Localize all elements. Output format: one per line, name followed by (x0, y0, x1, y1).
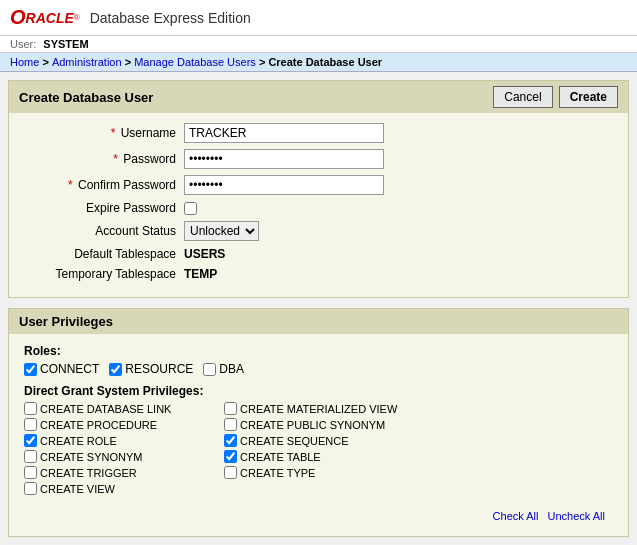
password-row: * Password (24, 149, 613, 169)
header: ORACLE® Database Express Edition (0, 0, 637, 36)
privileges-panel: User Privileges Roles: CONNECT RESOURCE (8, 308, 629, 537)
priv-create-table: CREATE TABLE (224, 450, 424, 463)
role-dba-item: DBA (203, 362, 244, 376)
confirm-password-required-star: * (68, 178, 73, 192)
account-status-label: Account Status (95, 224, 176, 238)
create-user-panel: Create Database User Cancel Create * Use… (8, 80, 629, 298)
role-resource-checkbox[interactable] (109, 363, 122, 376)
expire-password-label: Expire Password (86, 201, 176, 215)
priv-create-synonym: CREATE SYNONYM (24, 450, 224, 463)
priv-create-role: CREATE ROLE (24, 434, 224, 447)
priv-create-type-label: CREATE TYPE (240, 467, 315, 479)
priv-create-view-label: CREATE VIEW (40, 483, 115, 495)
priv-create-mat-view-label: CREATE MATERIALIZED VIEW (240, 403, 397, 415)
user-bar: User: SYSTEM (0, 36, 637, 53)
priv-create-db-link-checkbox[interactable] (24, 402, 37, 415)
default-tablespace-row: Default Tablespace USERS (24, 247, 613, 261)
username-input[interactable] (184, 123, 384, 143)
password-input[interactable] (184, 149, 384, 169)
priv-create-type-checkbox[interactable] (224, 466, 237, 479)
temporary-tablespace-value: TEMP (184, 267, 217, 281)
direct-grants-section: Direct Grant System Privileges: CREATE D… (24, 384, 613, 498)
priv-create-procedure-label: CREATE PROCEDURE (40, 419, 157, 431)
confirm-password-label: Confirm Password (78, 178, 176, 192)
priv-create-type: CREATE TYPE (224, 466, 424, 479)
priv-create-view: CREATE VIEW (24, 482, 224, 495)
uncheck-all-link[interactable]: Uncheck All (548, 510, 605, 522)
priv-create-synonym-label: CREATE SYNONYM (40, 451, 142, 463)
check-links: Check All Uncheck All (24, 506, 613, 526)
breadcrumb-home[interactable]: Home (10, 56, 39, 68)
direct-grants-label: Direct Grant System Privileges: (24, 384, 613, 398)
username-required-star: * (111, 126, 116, 140)
breadcrumb-admin[interactable]: Administration (52, 56, 122, 68)
check-all-link[interactable]: Check All (493, 510, 539, 522)
create-user-panel-header: Create Database User Cancel Create (9, 81, 628, 113)
temporary-tablespace-label: Temporary Tablespace (55, 267, 176, 281)
temporary-tablespace-row: Temporary Tablespace TEMP (24, 267, 613, 281)
priv-create-sequence-checkbox[interactable] (224, 434, 237, 447)
account-status-select[interactable]: Unlocked Locked (184, 221, 259, 241)
expire-password-checkbox[interactable] (184, 202, 197, 215)
priv-create-mat-view: CREATE MATERIALIZED VIEW (224, 402, 424, 415)
create-user-form: * Username * Password * Confirm Password (9, 113, 628, 297)
role-connect-checkbox[interactable] (24, 363, 37, 376)
main-content: Create Database User Cancel Create * Use… (0, 72, 637, 545)
roles-list: CONNECT RESOURCE DBA (24, 362, 613, 376)
role-connect-label: CONNECT (40, 362, 99, 376)
oracle-logo: ORACLE® (10, 6, 80, 29)
privileges-panel-header: User Privileges (9, 309, 628, 334)
roles-section: Roles: CONNECT RESOURCE DBA (24, 344, 613, 376)
priv-create-table-label: CREATE TABLE (240, 451, 321, 463)
roles-label: Roles: (24, 344, 613, 358)
priv-create-trigger-label: CREATE TRIGGER (40, 467, 137, 479)
priv-create-db-link-label: CREATE DATABASE LINK (40, 403, 171, 415)
default-tablespace-label: Default Tablespace (74, 247, 176, 261)
priv-create-pub-synonym-checkbox[interactable] (224, 418, 237, 431)
breadcrumb-current: Create Database User (268, 56, 382, 68)
privileges-panel-body: Roles: CONNECT RESOURCE DBA (9, 334, 628, 536)
account-status-row: Account Status Unlocked Locked (24, 221, 613, 241)
confirm-password-input[interactable] (184, 175, 384, 195)
role-dba-label: DBA (219, 362, 244, 376)
priv-create-view-checkbox[interactable] (24, 482, 37, 495)
priv-create-pub-synonym-label: CREATE PUBLIC SYNONYM (240, 419, 385, 431)
priv-create-sequence-label: CREATE SEQUENCE (240, 435, 349, 447)
priv-create-procedure-checkbox[interactable] (24, 418, 37, 431)
confirm-password-row: * Confirm Password (24, 175, 613, 195)
create-user-panel-title: Create Database User (19, 90, 153, 105)
role-resource-label: RESOURCE (125, 362, 193, 376)
create-button[interactable]: Create (559, 86, 618, 108)
password-label: Password (123, 152, 176, 166)
priv-create-trigger-checkbox[interactable] (24, 466, 37, 479)
user-label: User: (10, 38, 36, 50)
priv-create-synonym-checkbox[interactable] (24, 450, 37, 463)
priv-create-procedure: CREATE PROCEDURE (24, 418, 224, 431)
priv-create-sequence: CREATE SEQUENCE (224, 434, 424, 447)
password-required-star: * (113, 152, 118, 166)
username-label: Username (121, 126, 176, 140)
default-tablespace-value: USERS (184, 247, 225, 261)
cancel-button[interactable]: Cancel (493, 86, 552, 108)
username-display: SYSTEM (43, 38, 88, 50)
role-connect-item: CONNECT (24, 362, 99, 376)
privileges-panel-title: User Privileges (19, 314, 113, 329)
priv-create-role-label: CREATE ROLE (40, 435, 117, 447)
priv-create-mat-view-checkbox[interactable] (224, 402, 237, 415)
breadcrumb: Home > Administration > Manage Database … (0, 53, 637, 72)
priv-create-role-checkbox[interactable] (24, 434, 37, 447)
priv-create-table-checkbox[interactable] (224, 450, 237, 463)
priv-create-db-link: CREATE DATABASE LINK (24, 402, 224, 415)
privileges-list: CREATE DATABASE LINK CREATE MATERIALIZED… (24, 402, 613, 498)
username-row: * Username (24, 123, 613, 143)
expire-password-row: Expire Password (24, 201, 613, 215)
app-title: Database Express Edition (90, 10, 251, 26)
role-dba-checkbox[interactable] (203, 363, 216, 376)
priv-create-trigger: CREATE TRIGGER (24, 466, 224, 479)
priv-create-pub-synonym: CREATE PUBLIC SYNONYM (224, 418, 424, 431)
role-resource-item: RESOURCE (109, 362, 193, 376)
breadcrumb-manage[interactable]: Manage Database Users (134, 56, 256, 68)
